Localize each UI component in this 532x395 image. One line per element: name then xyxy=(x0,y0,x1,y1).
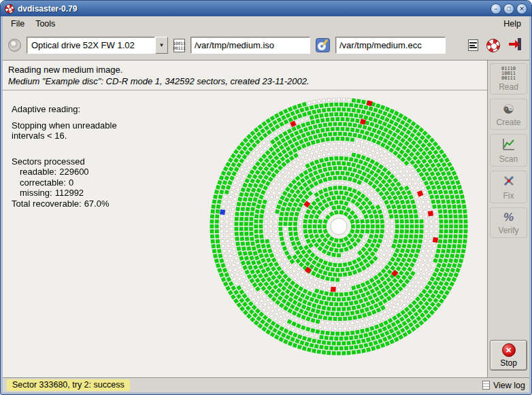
drive-select-value: Optical drive 52X FW 1.02 xyxy=(27,37,155,54)
sidebar: 01110 10011 00111 Read ☯ Create xyxy=(487,61,529,377)
body: Reading new medium image. Medium "Exampl… xyxy=(3,61,529,377)
log-icon xyxy=(482,381,490,390)
maximize-button[interactable]: □ xyxy=(503,3,514,14)
medium-info-line: Medium "Example disc": CD-R mode 1, 3425… xyxy=(8,75,482,87)
status-message: Sector 333680, try 2: success xyxy=(7,379,130,391)
stopping-line-2: intervals < 16. xyxy=(12,131,117,141)
correctable-label: correctable: xyxy=(20,177,66,188)
fix-button[interactable]: Fix xyxy=(490,171,527,203)
stop-button[interactable]: ✕ Stop xyxy=(490,340,527,371)
total-recoverable-row: Total recoverable:67.0% xyxy=(12,199,117,209)
correctable-row: correctable:0 xyxy=(12,177,117,188)
drive-icon xyxy=(8,39,21,52)
stop-icon: ✕ xyxy=(502,343,516,357)
drive-select-arrow-button[interactable]: ▼ xyxy=(155,37,168,54)
readable-label: readable: xyxy=(20,167,56,177)
lifebuoy-icon xyxy=(486,39,500,52)
missing-value: 112992 xyxy=(55,188,84,198)
ecc-path-input[interactable] xyxy=(335,37,446,54)
iso-path-input[interactable] xyxy=(190,37,310,54)
exit-icon xyxy=(508,37,522,53)
exit-button[interactable] xyxy=(507,36,524,54)
iso-file-icon: 10011 00111 xyxy=(173,39,185,52)
stopping-line-1: Stopping when unreadable xyxy=(12,120,117,131)
menu-tools[interactable]: Tools xyxy=(30,18,61,30)
iso-icon-line: 10011 xyxy=(173,41,185,46)
yinyang-icon: ☯ xyxy=(503,102,514,116)
reading-status-line: Reading new medium image. xyxy=(8,64,482,75)
percent-icon: % xyxy=(503,211,514,224)
total-recoverable-label: Total recoverable: xyxy=(12,199,82,209)
adaptive-reading-label: Adaptive reading: xyxy=(12,104,117,115)
missing-label: missing: xyxy=(20,188,52,198)
verify-button[interactable]: % Verify xyxy=(490,207,527,238)
menu-help[interactable]: Help xyxy=(498,18,527,30)
help-button[interactable] xyxy=(485,37,501,54)
content-column: Reading new medium image. Medium "Exampl… xyxy=(3,61,487,377)
statusbar: Sector 333680, try 2: success View log xyxy=(3,377,529,392)
view-log-button[interactable]: View log xyxy=(493,381,525,390)
ecc-file-icon xyxy=(316,38,330,52)
window-controls: − □ ✕ xyxy=(491,3,527,14)
menubar: File Tools Help xyxy=(3,16,529,31)
readable-value: 229600 xyxy=(59,167,88,177)
scan-chart-icon xyxy=(502,137,516,153)
sectors-processed-label: Sectors processed xyxy=(12,156,117,167)
window-frame: File Tools Help Optical drive 52X FW 1.0… xyxy=(3,16,529,392)
iso-icon-line: 00111 xyxy=(173,46,185,50)
missing-row: missing:112992 xyxy=(12,188,117,199)
drive-select[interactable]: Optical drive 52X FW 1.02 ▼ xyxy=(27,37,168,54)
window-title: dvdisaster-0.79 xyxy=(18,4,487,14)
binary-icon: 01110 10011 00111 xyxy=(501,67,516,81)
preferences-button[interactable] xyxy=(467,38,480,52)
close-button[interactable]: ✕ xyxy=(516,3,527,14)
info-panel: Adaptive reading: Stopping when unreadab… xyxy=(12,104,117,209)
correctable-value: 0 xyxy=(69,177,73,188)
total-recoverable-value: 67.0% xyxy=(84,199,110,209)
create-button[interactable]: ☯ Create xyxy=(490,99,527,130)
status-area: Reading new medium image. Medium "Exampl… xyxy=(3,61,487,90)
menu-file[interactable]: File xyxy=(5,18,30,30)
titlebar: dvdisaster-0.79 − □ ✕ xyxy=(1,1,531,16)
chevron-down-icon: ▼ xyxy=(159,42,165,48)
toolbar: Optical drive 52X FW 1.02 ▼ 10011 00111 xyxy=(3,31,529,61)
app-icon[interactable] xyxy=(5,4,14,14)
preferences-icon xyxy=(468,39,478,51)
app-window: dvdisaster-0.79 − □ ✕ File Tools Help Op… xyxy=(0,0,532,395)
fix-tools-icon xyxy=(502,174,516,190)
minimize-button[interactable]: − xyxy=(491,3,501,14)
read-button[interactable]: 01110 10011 00111 Read xyxy=(490,63,527,95)
readable-row: readable:229600 xyxy=(12,167,117,177)
main-area: Adaptive reading: Stopping when unreadab… xyxy=(3,90,487,377)
scan-button[interactable]: Scan xyxy=(490,134,527,167)
